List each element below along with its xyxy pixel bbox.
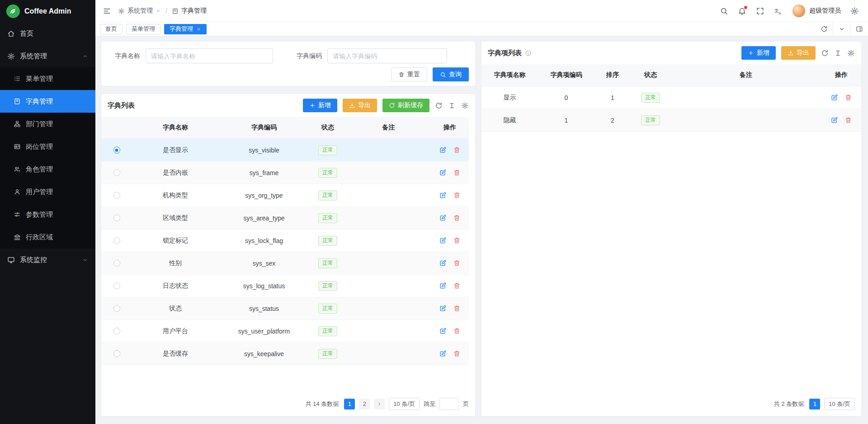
dict-row[interactable]: 是否缓存sys_keepalive正常	[101, 343, 469, 365]
export-dict-button[interactable]: 导出	[343, 99, 377, 112]
sidebar-item-home[interactable]: 首页	[0, 22, 95, 45]
refresh-page-button[interactable]	[815, 22, 833, 36]
user-menu[interactable]: 超级管理员	[792, 4, 841, 18]
page-size-select[interactable]: 10 条/页	[389, 398, 420, 410]
add-dict-item-button[interactable]: 新增	[741, 46, 776, 60]
sidebar-item-post-management[interactable]: 岗位管理	[0, 135, 95, 158]
sidebar-item-dept-management[interactable]: 部门管理	[0, 113, 95, 135]
column-settings-icon[interactable]	[461, 102, 469, 110]
page-size-select[interactable]: 10 条/页	[824, 398, 855, 410]
delete-icon[interactable]	[453, 237, 461, 244]
row-radio[interactable]	[113, 214, 120, 221]
settings-gear-icon[interactable]	[850, 7, 859, 15]
dict-name-input[interactable]	[146, 48, 273, 63]
dict-row[interactable]: 日志状态sys_log_status正常	[101, 275, 469, 297]
translate-icon[interactable]: 文A	[774, 7, 783, 15]
dict-row[interactable]: 锁定标记sys_lock_flag正常	[101, 229, 469, 252]
edit-icon[interactable]	[830, 94, 838, 101]
text-size-icon[interactable]	[448, 102, 456, 110]
page-2-button[interactable]: 2	[359, 399, 370, 410]
dict-row[interactable]: 是否内嵌sys_frame正常	[101, 162, 469, 184]
sidebar-item-dict-management[interactable]: 字典管理	[0, 90, 95, 113]
avatar[interactable]	[792, 4, 806, 18]
edit-icon[interactable]	[439, 282, 447, 290]
delete-icon[interactable]	[453, 146, 461, 154]
app-logo[interactable]: Coffee Admin	[0, 0, 95, 22]
dict-row[interactable]: 是否显示sys_visible正常	[101, 139, 469, 162]
delete-icon[interactable]	[453, 191, 461, 199]
sidebar-item-user-management[interactable]: 用户管理	[0, 181, 95, 203]
delete-icon[interactable]	[453, 259, 461, 267]
sidebar-item-param-management[interactable]: 参数管理	[0, 203, 95, 226]
layout-toggle-button[interactable]	[850, 22, 868, 36]
close-icon[interactable]	[196, 27, 201, 32]
dict-status-cell: 正常	[309, 252, 346, 274]
delete-icon[interactable]	[844, 116, 852, 124]
delete-icon[interactable]	[453, 350, 461, 357]
delete-icon[interactable]	[453, 282, 461, 290]
text-size-icon[interactable]	[834, 49, 842, 57]
delete-icon[interactable]	[453, 327, 461, 335]
dict-item-row[interactable]: 显示01正常	[481, 86, 861, 109]
dict-row[interactable]: 性别sys_sex正常	[101, 252, 469, 275]
sidebar-item-role-management[interactable]: 角色管理	[0, 158, 95, 181]
add-dict-button[interactable]: 新增	[303, 99, 337, 112]
jump-page-input[interactable]	[439, 398, 459, 410]
row-radio[interactable]	[113, 328, 120, 334]
dict-table-body: 是否显示sys_visible正常是否内嵌sys_frame正常机构类型sys_…	[101, 139, 469, 365]
edit-icon[interactable]	[439, 146, 447, 154]
dict-code-input[interactable]	[327, 48, 447, 63]
next-page-button[interactable]	[374, 399, 385, 410]
row-radio[interactable]	[113, 147, 120, 153]
dict-row[interactable]: 状态sys_status正常	[101, 297, 469, 320]
delete-icon[interactable]	[453, 169, 461, 176]
edit-icon[interactable]	[830, 116, 838, 124]
sidebar-item-system-management[interactable]: 系统管理	[0, 45, 95, 67]
delete-icon[interactable]	[453, 305, 461, 312]
dict-code: sys_keepalive	[219, 343, 309, 365]
tab-home[interactable]: 首页	[100, 24, 123, 34]
fullscreen-icon[interactable]	[756, 7, 764, 15]
edit-icon[interactable]	[439, 191, 447, 199]
dict-row[interactable]: 机构类型sys_org_type正常	[101, 184, 469, 207]
collapse-sidebar-icon[interactable]	[103, 7, 111, 15]
dict-row[interactable]: 用户平台sys_user_platform正常	[101, 320, 469, 343]
row-radio[interactable]	[113, 305, 120, 312]
page-1-button[interactable]: 1	[809, 399, 820, 410]
row-radio[interactable]	[113, 260, 120, 267]
sidebar-item-admin-region[interactable]: 行政区域	[0, 226, 95, 248]
edit-icon[interactable]	[439, 169, 447, 176]
delete-icon[interactable]	[844, 94, 852, 101]
tab-menu-management[interactable]: 菜单管理	[126, 24, 160, 34]
refresh-table-icon[interactable]	[821, 49, 829, 57]
column-settings-icon[interactable]	[847, 49, 855, 57]
edit-icon[interactable]	[439, 237, 447, 244]
row-actions	[431, 229, 469, 252]
refresh-cache-button[interactable]: 刷新缓存	[382, 99, 429, 112]
edit-icon[interactable]	[439, 305, 447, 312]
export-dict-item-button[interactable]: 导出	[781, 46, 816, 60]
row-radio[interactable]	[113, 282, 120, 289]
row-radio[interactable]	[113, 192, 120, 199]
delete-icon[interactable]	[453, 214, 461, 222]
breadcrumb-system[interactable]: 系统管理	[127, 7, 153, 15]
edit-icon[interactable]	[439, 259, 447, 267]
edit-icon[interactable]	[439, 214, 447, 222]
refresh-table-icon[interactable]	[435, 102, 443, 110]
edit-icon[interactable]	[439, 327, 447, 335]
row-radio[interactable]	[113, 350, 120, 357]
dict-item-row[interactable]: 隐藏12正常	[481, 109, 861, 132]
dict-row[interactable]: 区域类型sys_area_type正常	[101, 207, 469, 229]
search-icon[interactable]	[720, 7, 728, 15]
tab-options-button[interactable]	[833, 22, 850, 36]
sidebar-item-menu-management[interactable]: 菜单管理	[0, 67, 95, 90]
sidebar-item-system-monitor[interactable]: 系统监控	[0, 248, 95, 271]
row-radio[interactable]	[113, 237, 120, 244]
bell-icon[interactable]	[738, 7, 746, 15]
row-radio[interactable]	[113, 169, 120, 176]
query-button[interactable]: 查询	[433, 67, 469, 81]
edit-icon[interactable]	[439, 350, 447, 357]
tab-dict-management[interactable]: 字典管理	[164, 24, 207, 34]
page-1-button[interactable]: 1	[344, 399, 355, 410]
reset-button[interactable]: 重置	[391, 67, 427, 81]
